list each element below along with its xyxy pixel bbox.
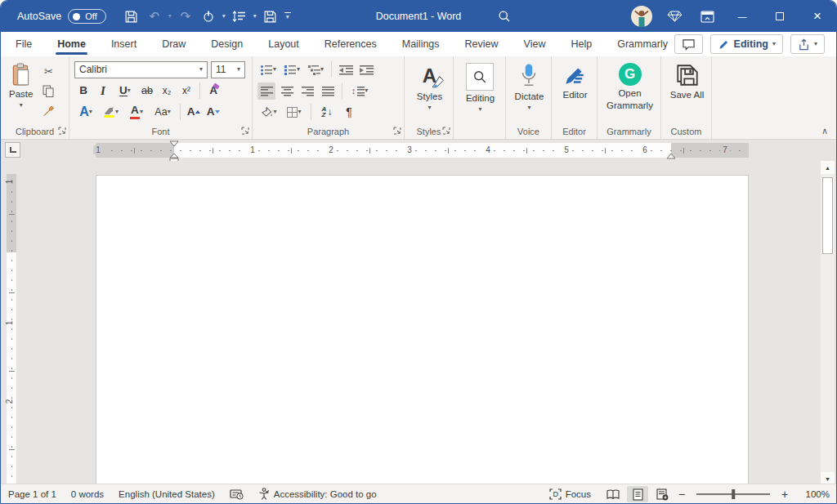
line-paragraph-spacing-button[interactable]: ↕▾ xyxy=(347,83,372,100)
autosave-control[interactable]: AutoSave Off xyxy=(17,9,106,24)
autosave-toggle[interactable]: Off xyxy=(68,9,105,24)
copy-button[interactable] xyxy=(39,83,57,100)
text-effects-button[interactable]: A▾ xyxy=(74,104,97,121)
multilevel-list-button[interactable]: ▾ xyxy=(305,61,326,78)
paragraph-dialog-launcher[interactable] xyxy=(393,127,401,135)
editing-mode-selector[interactable]: Editing ▾ xyxy=(710,34,783,54)
font-name-select[interactable]: Calibri ▾ xyxy=(74,61,208,78)
maximize-button[interactable] xyxy=(761,1,799,32)
superscript-button[interactable]: x² xyxy=(177,83,195,100)
close-button[interactable]: × xyxy=(799,1,836,32)
tab-mailings[interactable]: Mailings xyxy=(401,33,441,55)
vertical-scrollbar[interactable]: ▲ ▼ xyxy=(821,161,835,485)
increase-indent-button[interactable] xyxy=(357,61,375,78)
tab-insert[interactable]: Insert xyxy=(110,33,138,55)
highlight-button[interactable]: ▾ xyxy=(99,104,123,121)
format-painter-button[interactable] xyxy=(39,102,57,119)
tab-grammarly[interactable]: Grammarly xyxy=(615,33,669,55)
sort-button[interactable]: AZ ↓ xyxy=(316,104,338,121)
styles-dialog-launcher[interactable] xyxy=(442,127,450,135)
collapse-ribbon-button[interactable]: ∧ xyxy=(821,126,828,136)
save-all-button[interactable] xyxy=(262,7,280,26)
undo-button[interactable]: ↶ xyxy=(145,7,163,26)
open-grammarly-button[interactable]: G Open Grammarly xyxy=(602,60,657,123)
tab-review[interactable]: Review xyxy=(463,33,500,55)
decrease-indent-button[interactable] xyxy=(337,61,355,78)
word-count[interactable]: 0 words xyxy=(64,484,111,503)
ribbon-display-options-button[interactable] xyxy=(691,1,723,32)
editing-menu-button[interactable]: Editing ▾ xyxy=(463,60,498,123)
save-all-ribbon-button[interactable]: Save All xyxy=(667,60,708,123)
strikethrough-button[interactable]: ab xyxy=(138,83,156,100)
language-indicator[interactable]: English (United States) xyxy=(111,484,222,503)
read-mode-button[interactable] xyxy=(602,486,624,502)
bullets-button[interactable]: ▾ xyxy=(257,61,279,78)
align-right-button[interactable] xyxy=(298,83,316,100)
line-spacing-button[interactable] xyxy=(231,7,248,26)
shrink-font-button[interactable]: A xyxy=(204,104,222,121)
save-button[interactable] xyxy=(123,7,141,26)
comments-button[interactable] xyxy=(674,34,703,54)
zoom-slider[interactable] xyxy=(696,493,770,495)
zoom-out-button[interactable]: − xyxy=(676,488,687,501)
text-predictions-button[interactable] xyxy=(222,484,251,503)
customize-qat-button[interactable]: ▾ xyxy=(284,12,291,20)
zoom-slider-thumb[interactable] xyxy=(732,489,735,499)
tab-view[interactable]: View xyxy=(522,33,548,55)
editor-button[interactable]: Editor xyxy=(559,60,590,123)
dictate-button[interactable]: Dictate ▾ xyxy=(512,60,548,123)
styles-button[interactable]: A Styles ▾ xyxy=(414,60,445,123)
justify-button[interactable] xyxy=(319,83,337,100)
font-color-button[interactable]: A ▾ xyxy=(125,104,148,121)
tab-help[interactable]: Help xyxy=(569,33,593,55)
accessibility-checker[interactable]: Accessibility: Good to go xyxy=(251,484,384,503)
tab-home[interactable]: Home xyxy=(56,33,87,55)
vertical-ruler[interactable]: 1 1 2 xyxy=(7,167,16,485)
focus-mode-button[interactable]: D Focus xyxy=(541,484,599,504)
underline-button[interactable]: U▾ xyxy=(114,83,137,100)
show-hide-marks-button[interactable]: ¶ xyxy=(340,104,358,121)
zoom-level[interactable]: 100% xyxy=(794,489,830,499)
clear-formatting-button[interactable]: A xyxy=(204,83,222,100)
cut-button[interactable]: ✂ xyxy=(39,63,57,80)
horizontal-ruler[interactable]: 1 1 2 3 4 5 6 7 xyxy=(1,143,836,158)
redo-button[interactable]: ↷ xyxy=(177,7,195,26)
font-size-select[interactable]: 11 ▾ xyxy=(211,61,245,78)
search-button[interactable] xyxy=(498,10,511,23)
print-layout-button[interactable] xyxy=(627,486,648,502)
tab-draw[interactable]: Draw xyxy=(160,33,187,55)
tab-design[interactable]: Design xyxy=(209,33,244,55)
undo-chevron[interactable]: ▾ xyxy=(168,13,172,20)
tab-layout[interactable]: Layout xyxy=(266,33,301,55)
minimize-button[interactable]: — xyxy=(723,1,761,32)
font-dialog-launcher[interactable] xyxy=(241,127,249,135)
subscript-button[interactable]: x₂ xyxy=(158,83,176,100)
numbering-button[interactable]: ▾ xyxy=(281,61,302,78)
align-left-button[interactable] xyxy=(257,83,275,100)
change-case-button[interactable]: Aa▾ xyxy=(150,104,176,121)
zoom-in-button[interactable]: + xyxy=(779,488,790,501)
right-indent-marker[interactable] xyxy=(666,153,676,159)
italic-button[interactable]: I xyxy=(94,83,112,100)
tab-references[interactable]: References xyxy=(323,33,378,55)
paste-button[interactable]: Paste ▾ xyxy=(6,60,36,123)
scroll-up-button[interactable]: ▲ xyxy=(821,161,835,174)
premium-diamond-button[interactable] xyxy=(658,1,691,32)
tab-file[interactable]: File xyxy=(14,33,34,55)
share-button[interactable]: ▾ xyxy=(790,34,825,54)
web-layout-button[interactable] xyxy=(651,486,673,502)
shading-button[interactable]: ▾ xyxy=(257,104,280,121)
align-center-button[interactable] xyxy=(278,83,296,100)
document-page[interactable] xyxy=(96,175,749,485)
grow-font-button[interactable]: A xyxy=(185,104,203,121)
scrollbar-thumb[interactable] xyxy=(822,177,833,254)
page-indicator[interactable]: Page 1 of 1 xyxy=(1,484,64,503)
borders-button[interactable]: ▾ xyxy=(283,104,306,121)
clipboard-dialog-launcher[interactable] xyxy=(58,127,66,135)
touch-mode-chevron[interactable]: ▾ xyxy=(222,13,226,20)
first-line-indent-marker[interactable] xyxy=(169,140,179,147)
touch-mouse-mode-button[interactable] xyxy=(199,7,217,26)
bold-button[interactable]: B xyxy=(74,83,92,100)
account-avatar[interactable] xyxy=(625,1,658,32)
line-spacing-chevron[interactable]: ▾ xyxy=(253,13,257,20)
